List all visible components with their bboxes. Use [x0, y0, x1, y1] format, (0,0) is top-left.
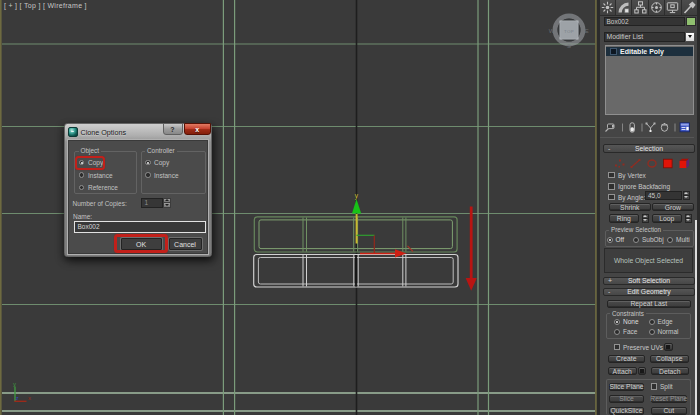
- rollout-selection-header[interactable]: - Selection: [603, 144, 695, 153]
- loop-button[interactable]: Loop: [652, 214, 682, 224]
- by-angle-spinner[interactable]: [683, 191, 691, 201]
- constraint-face-label[interactable]: Face: [623, 328, 637, 335]
- polygon-mode-icon[interactable]: [664, 159, 673, 168]
- tripod-z-label: z: [16, 395, 19, 401]
- by-vertex-checkbox[interactable]: [608, 172, 615, 179]
- selection-status-box: Whole Object Selected: [604, 248, 693, 273]
- preview-off-label[interactable]: Off: [616, 236, 625, 243]
- preserve-uvs-label[interactable]: Preserve UVs: [623, 344, 663, 351]
- copies-spinner[interactable]: [163, 198, 171, 208]
- help-button[interactable]: ?: [163, 123, 183, 135]
- by-vertex-label[interactable]: By Vertex: [618, 172, 646, 179]
- attach-settings-button[interactable]: [638, 367, 646, 375]
- clone-options-dialog[interactable]: Clone Options ? x Object Copy Instance R…: [64, 123, 212, 257]
- constraint-normal-label[interactable]: Normal: [658, 328, 679, 335]
- radio-object-instance[interactable]: [79, 172, 85, 178]
- constraint-edge-radio[interactable]: [649, 319, 655, 325]
- preview-multi-label[interactable]: Multi: [676, 236, 690, 243]
- quickslice-button[interactable]: QuickSlice: [609, 407, 644, 415]
- modifier-stack[interactable]: Editable Poly: [605, 45, 695, 115]
- preview-subobj-label[interactable]: SubObj: [642, 236, 664, 243]
- tab-motion[interactable]: [649, 0, 665, 15]
- vertex-mode-icon[interactable]: [615, 159, 625, 167]
- constraint-edge-label[interactable]: Edge: [658, 318, 673, 325]
- split-label[interactable]: Split: [660, 383, 673, 390]
- create-button[interactable]: Create: [608, 355, 646, 363]
- radio-controller-instance[interactable]: [145, 172, 151, 178]
- display-icon: [666, 1, 679, 14]
- editable-poly-icon: [610, 48, 617, 55]
- cut-button[interactable]: Cut: [651, 407, 688, 415]
- cancel-button[interactable]: Cancel: [169, 238, 202, 250]
- rollout-edit-geometry-header[interactable]: - Edit Geometry: [603, 288, 695, 297]
- by-angle-checkbox[interactable]: [608, 194, 615, 201]
- spin-down-button: [163, 203, 171, 208]
- modifier-list-arrow-button[interactable]: [685, 32, 695, 42]
- tab-modify[interactable]: [616, 0, 632, 15]
- radio-controller-instance-label[interactable]: Instance: [154, 172, 179, 179]
- reset-plane-button[interactable]: Reset Plane: [651, 395, 688, 403]
- toolbar-separator: [622, 123, 623, 131]
- spin-down-button: [685, 219, 692, 223]
- spin-down-button: [642, 219, 649, 223]
- element-mode-icon[interactable]: [680, 158, 690, 167]
- repeat-last-button[interactable]: Repeat Last: [607, 300, 691, 308]
- slice-button[interactable]: Slice: [609, 395, 644, 403]
- radio-object-instance-label[interactable]: Instance: [88, 172, 113, 179]
- copies-field[interactable]: 1: [141, 198, 163, 208]
- loop-spinner[interactable]: [685, 214, 692, 224]
- panel-divider: [600, 137, 694, 139]
- stack-item-label: Editable Poly: [620, 48, 664, 55]
- modifier-list-dropdown[interactable]: Modifier List: [604, 32, 686, 42]
- stack-item-editable-poly[interactable]: Editable Poly: [606, 47, 693, 56]
- annotation-copy-highlight: [75, 156, 105, 170]
- rollout-soft-selection-header[interactable]: + Soft Selection: [603, 277, 695, 286]
- settings-square-icon: [640, 369, 644, 373]
- edge-mode-icon[interactable]: [631, 159, 641, 168]
- detach-button[interactable]: Detach: [651, 367, 690, 375]
- tab-display[interactable]: [665, 0, 681, 15]
- object-color-swatch[interactable]: [686, 17, 696, 27]
- remove-modifier-icon[interactable]: [661, 123, 667, 131]
- radio-controller-copy[interactable]: [145, 160, 151, 166]
- border-mode-icon[interactable]: [648, 160, 656, 167]
- constraint-none-label[interactable]: None: [623, 318, 639, 325]
- ignore-backfacing-label[interactable]: Ignore Backfacing: [618, 183, 670, 190]
- split-checkbox[interactable]: [651, 383, 658, 390]
- close-button[interactable]: x: [184, 123, 212, 135]
- attach-button[interactable]: Attach: [608, 367, 638, 375]
- viewport-label[interactable]: [ + ] [ Top ] [ Wireframe ]: [4, 2, 87, 9]
- subobject-mode-row: [611, 155, 693, 166]
- grow-button[interactable]: Grow: [652, 203, 694, 211]
- tab-utilities[interactable]: [682, 0, 697, 15]
- ring-button[interactable]: Ring: [609, 214, 639, 224]
- rollout-edit-geometry-title: Edit Geometry: [627, 288, 670, 295]
- ignore-backfacing-checkbox[interactable]: [608, 183, 615, 190]
- preview-off-radio[interactable]: [607, 237, 613, 243]
- tab-create[interactable]: [600, 0, 616, 15]
- slice-plane-button[interactable]: Slice Plane: [609, 383, 644, 391]
- radio-object-reference-label[interactable]: Reference: [88, 184, 118, 191]
- tab-hierarchy[interactable]: [632, 0, 648, 15]
- constraint-none-radio[interactable]: [614, 319, 620, 325]
- preserve-uvs-settings-button[interactable]: [664, 343, 673, 352]
- shrink-button[interactable]: Shrink: [609, 203, 651, 211]
- collapse-button[interactable]: Collapse: [650, 355, 690, 363]
- constraint-face-radio[interactable]: [614, 329, 620, 335]
- by-angle-field[interactable]: 45,0: [645, 191, 682, 201]
- by-angle-label[interactable]: By Angle:: [618, 194, 645, 201]
- preserve-uvs-checkbox[interactable]: [614, 344, 621, 351]
- configure-modifier-sets-icon[interactable]: [680, 122, 690, 131]
- ring-spinner[interactable]: [642, 214, 649, 224]
- constraint-normal-radio[interactable]: [649, 329, 655, 335]
- preview-multi-radio[interactable]: [667, 237, 673, 243]
- name-field[interactable]: Box002: [74, 221, 207, 233]
- preview-subobj-radio[interactable]: [633, 237, 639, 243]
- object-name-field[interactable]: Box002: [604, 17, 685, 26]
- radio-object-reference[interactable]: [79, 185, 85, 191]
- make-unique-icon[interactable]: [646, 122, 656, 132]
- show-end-result-icon[interactable]: [630, 122, 634, 131]
- panel-scrollbar[interactable]: [695, 220, 697, 415]
- pin-stack-icon[interactable]: [606, 124, 615, 132]
- radio-controller-copy-label[interactable]: Copy: [154, 159, 169, 166]
